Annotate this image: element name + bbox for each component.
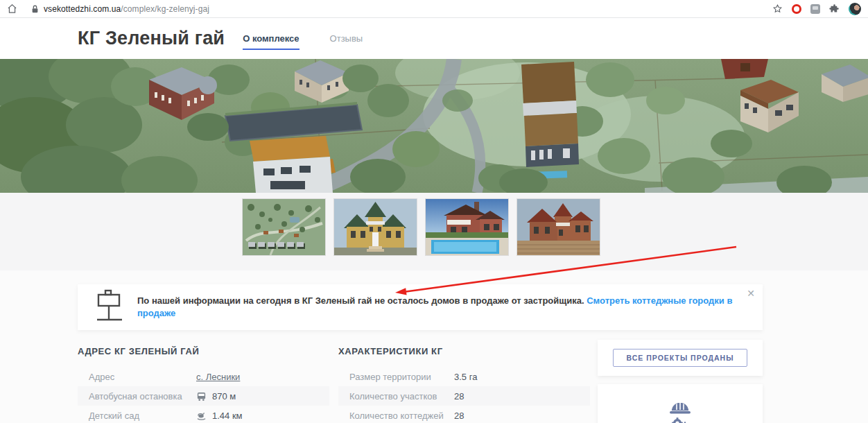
characteristics-section: ХАРАКТЕРИСТИКИ КГ Размер территории 3.5 … — [338, 346, 590, 423]
bus-icon — [196, 391, 207, 402]
table-row-address: Адрес с. Лесники — [78, 367, 329, 386]
lock-icon — [31, 5, 39, 13]
profile-avatar[interactable] — [849, 3, 861, 15]
puzzle-extensions-icon[interactable] — [829, 3, 840, 14]
url-text: vsekottedzhi.com.ua/complex/kg-zelenyj-g… — [44, 4, 209, 14]
home-icon[interactable] — [7, 3, 17, 14]
page-header: КГ Зеленый гай О комплексе Отзывы — [0, 18, 868, 59]
thumbnail-pool-house[interactable] — [426, 199, 508, 255]
address-section: АДРЕС КГ ЗЕЛЕНЫЙ ГАЙ Адрес с. Лесники Ав… — [78, 346, 329, 423]
billboard-icon — [96, 289, 123, 325]
table-row-bus-stop: Автобусная остановка 870 м — [78, 386, 329, 406]
close-icon[interactable]: ✕ — [747, 288, 755, 298]
all-projects-sold-button[interactable]: ВСЕ ПРОЕКТЫ ПРОДАНЫ — [613, 349, 747, 367]
table-row-kindergarten: Детский сад 1.44 км — [78, 406, 329, 423]
tab-reviews[interactable]: Отзывы — [330, 33, 363, 50]
thumbnail-strip — [0, 193, 868, 270]
page-title: КГ Зеленый гай — [78, 28, 225, 49]
notice-text: По нашей информации на сегодня в КГ Зеле… — [137, 295, 745, 319]
thumbnail-yellow-house[interactable] — [334, 199, 417, 255]
thumbnail-brick-house[interactable] — [517, 199, 600, 255]
address-heading: АДРЕС КГ ЗЕЛЕНЫЙ ГАЙ — [78, 346, 329, 356]
main-content: По нашей информации на сегодня в КГ Зеле… — [78, 284, 763, 423]
sidebar-column: ВСЕ ПРОЕКТЫ ПРОДАНЫ — [598, 340, 763, 423]
table-row-cottages: Количество коттеджей 28 — [338, 406, 590, 423]
table-row-territory: Размер территории 3.5 га — [338, 367, 590, 386]
village-link[interactable]: с. Лесники — [196, 372, 240, 382]
bookmark-star-icon[interactable] — [772, 3, 783, 14]
construction-helmet-icon — [668, 399, 693, 423]
developer-card — [598, 384, 763, 423]
opera-extension-icon[interactable] — [792, 4, 801, 14]
kindergarten-icon — [196, 411, 207, 421]
characteristics-heading: ХАРАКТЕРИСТИКИ КГ — [338, 346, 590, 356]
hero-image[interactable] — [0, 59, 868, 193]
address-bar[interactable]: vsekottedzhi.com.ua/complex/kg-zelenyj-g… — [31, 4, 772, 14]
sold-card: ВСЕ ПРОЕКТЫ ПРОДАНЫ — [598, 340, 763, 376]
extension-icon[interactable] — [810, 4, 820, 14]
tab-about-complex[interactable]: О комплексе — [243, 33, 299, 50]
thumbnail-masterplan[interactable] — [243, 199, 325, 255]
browser-toolbar: vsekottedzhi.com.ua/complex/kg-zelenyj-g… — [0, 0, 868, 18]
table-row-plots: Количество участков 28 — [338, 386, 590, 406]
tabs: О комплексе Отзывы — [243, 33, 363, 50]
sold-out-notice: По нашей информации на сегодня в КГ Зеле… — [78, 284, 763, 330]
